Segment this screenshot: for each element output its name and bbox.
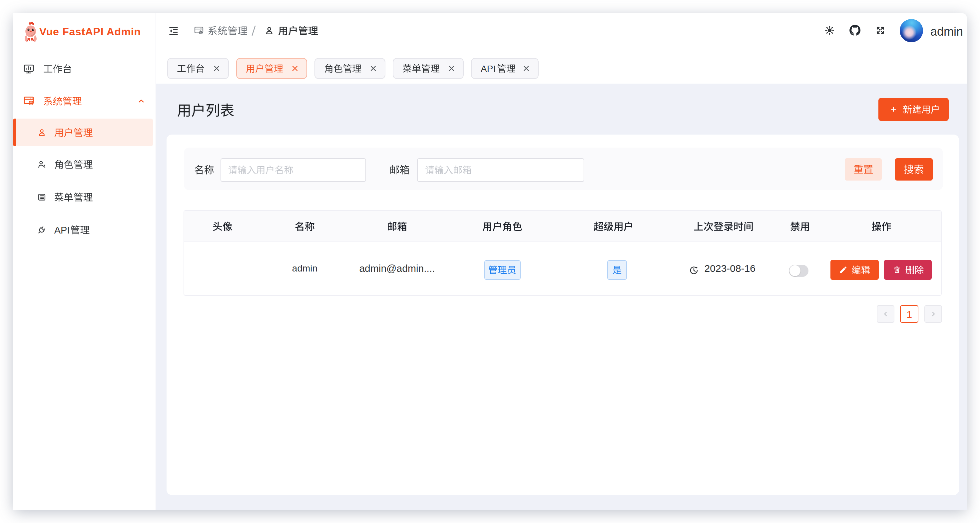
svg-text:admin: admin bbox=[931, 25, 963, 38]
